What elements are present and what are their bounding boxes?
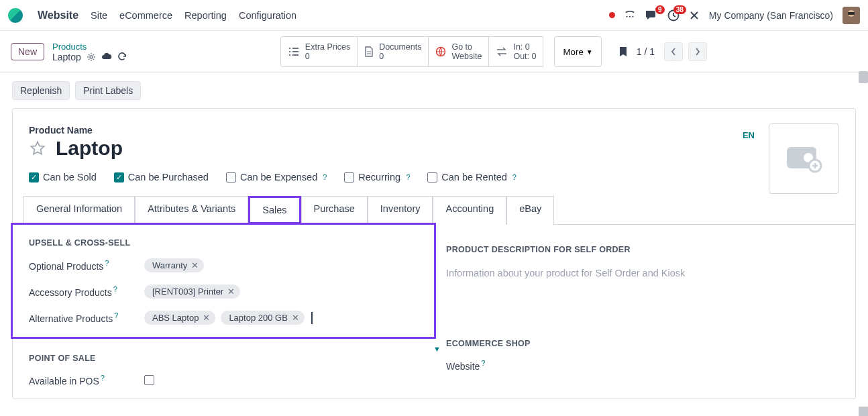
help-icon[interactable]: ? (114, 311, 118, 319)
cloud-upload-icon[interactable] (101, 53, 112, 61)
messages-icon[interactable]: 9 (645, 9, 658, 21)
optional-products-field[interactable]: Warranty✕ (144, 258, 204, 272)
tag-abs-laptop[interactable]: ABS Laptop✕ (144, 311, 215, 325)
app-logo[interactable] (8, 8, 23, 23)
product-name[interactable]: Laptop (56, 137, 123, 160)
tab-attributes-variants[interactable]: Attributes & Variants (135, 196, 248, 225)
self-order-description[interactable]: Information about your product for Self … (446, 268, 839, 278)
tag-warranty[interactable]: Warranty✕ (144, 258, 204, 272)
company-selector[interactable]: My Company (San Francisco) (709, 10, 833, 21)
messages-badge: 9 (655, 5, 665, 14)
tab-sales[interactable]: Sales (248, 196, 301, 224)
help-icon[interactable]: ? (105, 259, 109, 267)
optional-products-label: Optional Products (29, 261, 103, 272)
help-icon[interactable]: ? (101, 374, 105, 382)
help-icon[interactable]: ? (113, 285, 117, 293)
bookmark-icon[interactable] (619, 46, 627, 57)
upsell-cross-sell-section: UPSELL & CROSS-SELL Optional Products? W… (11, 223, 436, 339)
nav-configuration[interactable]: Configuration (239, 10, 296, 21)
tab-inventory[interactable]: Inventory (368, 196, 433, 225)
print-labels-button[interactable]: Print Labels (75, 81, 141, 100)
tools-icon[interactable] (689, 10, 700, 21)
accessory-products-label: Accessory Products (29, 287, 112, 298)
user-avatar[interactable] (843, 7, 860, 24)
status-indicator[interactable] (609, 12, 615, 18)
section-ecommerce: ECOMMERCE SHOP (446, 339, 839, 348)
check-can-be-expensed[interactable]: Can be Expensed? (226, 172, 327, 183)
nav-ecommerce[interactable]: eCommerce (119, 10, 172, 21)
pager-next[interactable] (688, 42, 707, 61)
stat-extra-prices[interactable]: Extra Prices0 (280, 36, 358, 67)
tab-purchase[interactable]: Purchase (301, 196, 368, 225)
stat-documents[interactable]: Documents0 (357, 36, 429, 67)
activities-badge: 38 (673, 5, 686, 14)
check-can-be-rented[interactable]: Can be Rented? (427, 172, 517, 183)
alternative-products-label: Alternative Products (29, 313, 113, 324)
help-icon[interactable]: ? (512, 173, 517, 181)
section-upsell: UPSELL & CROSS-SELL (29, 238, 418, 248)
help-icon[interactable]: ? (323, 173, 327, 181)
new-button[interactable]: New (11, 43, 44, 60)
favorite-star-icon[interactable] (29, 140, 46, 157)
remove-tag-icon[interactable]: ✕ (191, 260, 199, 270)
check-can-be-purchased[interactable]: ✓Can be Purchased (114, 172, 209, 183)
caret-down-icon: ▼ (586, 48, 593, 56)
gear-icon[interactable] (87, 52, 96, 62)
pager-text: 1 / 1 (637, 46, 655, 57)
activities-icon[interactable]: 38 (667, 9, 680, 21)
discard-icon[interactable] (117, 52, 127, 62)
available-in-pos-label: Available in POS (29, 376, 99, 386)
product-name-label: Product Name (29, 125, 839, 136)
product-image-placeholder[interactable] (769, 123, 839, 194)
remove-tag-icon[interactable]: ✕ (203, 313, 210, 323)
check-can-be-sold[interactable]: ✓Can be Sold (29, 172, 97, 183)
svg-point-1 (629, 15, 631, 17)
section-self-order: PRODUCT DESCRIPTION FOR SELF ORDER (446, 245, 839, 254)
more-button[interactable]: More ▼ (554, 36, 601, 67)
globe-icon (435, 46, 446, 57)
dropdown-caret-icon[interactable]: ▼ (433, 345, 441, 353)
pager-prev[interactable] (664, 42, 683, 61)
help-icon[interactable]: ? (481, 359, 485, 367)
svg-point-2 (632, 15, 633, 17)
tag-laptop-200gb[interactable]: Laptop 200 GB✕ (221, 311, 304, 325)
replenish-button[interactable]: Replenish (12, 81, 70, 100)
tab-ebay[interactable]: eBay (506, 196, 554, 225)
stat-in-out[interactable]: In: 0 Out: 0 (488, 36, 543, 67)
text-cursor (311, 312, 313, 324)
remove-tag-icon[interactable]: ✕ (292, 313, 299, 323)
document-icon (364, 46, 374, 57)
list-icon (288, 47, 300, 56)
check-recurring[interactable]: Recurring? (344, 172, 410, 183)
website-label: Website (446, 361, 480, 372)
nav-site[interactable]: Site (91, 10, 107, 21)
svg-rect-6 (848, 12, 855, 15)
language-indicator[interactable]: EN (743, 130, 755, 140)
phone-icon[interactable] (625, 10, 635, 21)
available-in-pos-checkbox[interactable] (144, 375, 154, 385)
tab-general-information[interactable]: General Information (23, 196, 135, 225)
stat-goto-website[interactable]: Go toWebsite (428, 36, 489, 67)
svg-point-0 (626, 15, 627, 17)
app-name[interactable]: Website (38, 9, 78, 21)
tab-accounting[interactable]: Accounting (433, 196, 506, 225)
section-pos: POINT OF SALE (29, 354, 418, 363)
nav-reporting[interactable]: Reporting (184, 10, 227, 21)
breadcrumb-parent[interactable]: Products (52, 42, 87, 52)
remove-tag-icon[interactable]: ✕ (227, 287, 235, 297)
alternative-products-field[interactable]: ABS Laptop✕ Laptop 200 GB✕ (144, 311, 418, 325)
help-icon[interactable]: ? (406, 173, 410, 181)
transfer-icon (496, 47, 508, 56)
tag-printer[interactable]: [RENT003] Printer✕ (144, 284, 240, 299)
svg-point-7 (90, 56, 93, 58)
scrollbar-corner (859, 407, 868, 416)
accessory-products-field[interactable]: [RENT003] Printer✕ (144, 284, 240, 299)
breadcrumb-title: Laptop (52, 52, 81, 62)
scrollbar-thumb[interactable] (859, 71, 868, 83)
